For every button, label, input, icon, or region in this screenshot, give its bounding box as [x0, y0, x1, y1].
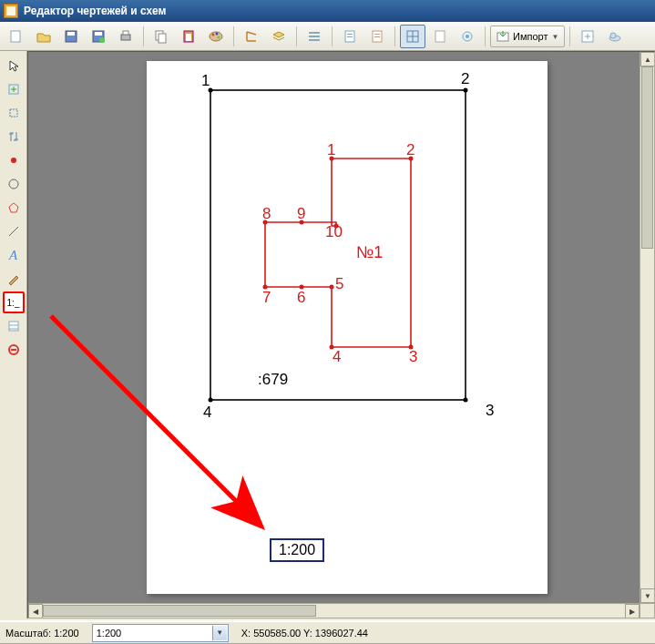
inner-vertex-8: 8: [262, 205, 271, 223]
add-tool[interactable]: [3, 78, 25, 100]
scale-combo-value: 1:200: [97, 628, 122, 639]
inner-vertex-6: 6: [297, 289, 305, 307]
scale-combo[interactable]: 1:200 ▼: [92, 624, 229, 642]
svg-point-15: [218, 36, 220, 39]
import-label: Импорт: [513, 31, 548, 42]
svg-rect-7: [123, 31, 128, 35]
crop-tool[interactable]: [3, 102, 25, 124]
inner-vertex-7: 7: [262, 289, 271, 307]
svg-rect-16: [309, 32, 320, 34]
vertical-scrollbar[interactable]: ▲ ▼: [640, 52, 654, 603]
svg-rect-28: [435, 31, 445, 42]
doc2-button[interactable]: [364, 25, 390, 48]
svg-rect-17: [309, 36, 320, 37]
drawing-page: 1 2 3 4 1 2 3 4 5 6 7 8 9 10 №1 :679 1:2…: [147, 61, 548, 594]
svg-point-47: [464, 88, 468, 93]
save-as-button[interactable]: [86, 25, 111, 48]
scale-text-box[interactable]: 1:200: [270, 538, 324, 562]
horizontal-scrollbar[interactable]: ◀ ▶: [28, 603, 640, 618]
paste-button[interactable]: [176, 25, 201, 48]
code-label: :679: [258, 371, 288, 389]
polygon-tool[interactable]: [3, 197, 25, 219]
line-tool[interactable]: [3, 220, 25, 242]
svg-point-13: [212, 34, 215, 36]
outer-vertex-4: 4: [203, 404, 211, 422]
svg-point-5: [99, 37, 105, 43]
status-coords: X: 550585.00 Y: 1396027.44: [241, 628, 368, 639]
workspace: A 1:_: [0, 51, 655, 618]
inner-name-label: №1: [356, 243, 383, 262]
new-button[interactable]: [4, 25, 29, 48]
svg-rect-18: [309, 39, 320, 41]
svg-rect-4: [95, 32, 102, 36]
doc3-button[interactable]: [427, 25, 453, 48]
circle-tool[interactable]: [3, 173, 25, 195]
dropdown-arrow-icon[interactable]: ▼: [212, 626, 227, 640]
separator: [394, 26, 395, 46]
scroll-left-icon[interactable]: ◀: [28, 604, 43, 618]
side-toolbar: A 1:_: [0, 51, 27, 618]
export-button[interactable]: [575, 25, 600, 48]
svg-point-30: [466, 35, 469, 38]
svg-point-37: [11, 158, 16, 163]
open-button[interactable]: [31, 25, 56, 48]
svg-rect-0: [11, 31, 20, 42]
dropdown-arrow-icon: ▼: [551, 33, 558, 41]
scroll-thumb-v[interactable]: [641, 66, 653, 249]
statusbar: Масштаб: 1:200 1:200 ▼ X: 550585.00 Y: 1…: [0, 620, 655, 644]
save-button[interactable]: [58, 25, 84, 48]
svg-rect-2: [67, 32, 75, 36]
svg-rect-21: [347, 36, 353, 37]
svg-point-48: [464, 398, 468, 403]
grid-button[interactable]: [400, 25, 425, 48]
palette-button[interactable]: [203, 25, 229, 48]
app-icon: [4, 4, 18, 18]
svg-rect-6: [121, 35, 130, 40]
select-tool[interactable]: [3, 55, 25, 77]
svg-point-38: [9, 179, 18, 189]
svg-rect-20: [347, 34, 353, 35]
svg-point-49: [209, 398, 213, 403]
svg-rect-24: [374, 36, 380, 37]
window-title: Редактор чертежей и схем: [24, 5, 166, 17]
separator: [569, 26, 570, 46]
import-dropdown[interactable]: Импорт ▼: [490, 26, 565, 47]
layers-button[interactable]: [266, 25, 292, 48]
svg-rect-23: [374, 34, 380, 35]
titlebar: Редактор чертежей и схем: [0, 0, 655, 22]
text-tool[interactable]: A: [3, 244, 25, 266]
pencil-tool[interactable]: [3, 268, 25, 290]
copy-button[interactable]: [148, 25, 174, 48]
inner-vertex-5: 5: [335, 275, 343, 293]
outer-vertex-2: 2: [461, 70, 469, 88]
point-tool[interactable]: [3, 149, 25, 171]
scroll-up-icon[interactable]: ▲: [640, 52, 655, 66]
svg-point-14: [216, 33, 219, 36]
crop2-tool[interactable]: [3, 126, 25, 148]
inner-vertex-4: 4: [333, 348, 341, 366]
snap-button[interactable]: [455, 25, 480, 48]
inner-vertex-3: 3: [409, 348, 417, 366]
separator: [143, 26, 144, 46]
scroll-down-icon[interactable]: ▼: [640, 588, 655, 603]
svg-rect-11: [186, 34, 191, 41]
inner-vertex-10: 10: [325, 223, 343, 241]
doc1-button[interactable]: [337, 25, 363, 48]
table-tool[interactable]: [3, 315, 25, 337]
axes-button[interactable]: [239, 25, 264, 48]
main-toolbar: Импорт ▼: [0, 22, 655, 51]
scroll-right-icon[interactable]: ▶: [625, 604, 640, 618]
separator: [332, 26, 333, 46]
inner-vertex-1: 1: [327, 141, 335, 159]
print-button[interactable]: [113, 25, 138, 48]
scroll-thumb-h[interactable]: [43, 605, 316, 617]
outer-vertex-1: 1: [201, 72, 210, 90]
inner-vertex-9: 9: [297, 205, 305, 223]
separator: [233, 26, 234, 46]
list-button[interactable]: [302, 25, 327, 48]
scale-label-tool[interactable]: 1:_: [3, 291, 25, 313]
canvas-area[interactable]: 1 2 3 4 1 2 3 4 5 6 7 8 9 10 №1 :679 1:2…: [27, 51, 655, 618]
separator: [296, 26, 297, 46]
delete-tool[interactable]: [3, 339, 25, 361]
cloud-button[interactable]: [602, 25, 628, 48]
